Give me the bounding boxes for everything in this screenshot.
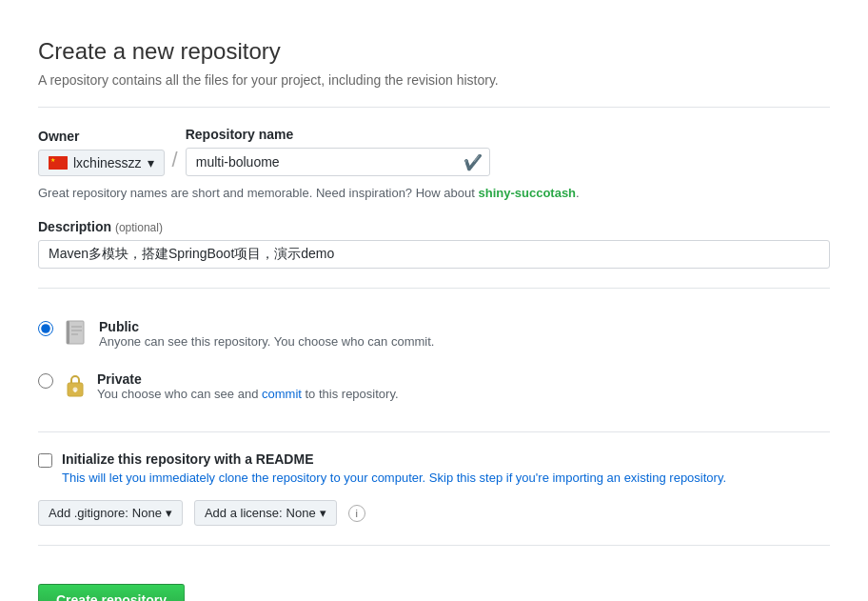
page-subtitle: A repository contains all the files for … — [38, 72, 830, 88]
clone-link[interactable]: clone — [219, 471, 248, 485]
visibility-group: Public Anyone can see this repository. Y… — [38, 308, 830, 412]
private-option: Private You choose who can see and commi… — [38, 360, 830, 412]
dropdown-row: Add .gitignore: None ▾ Add a license: No… — [38, 500, 830, 526]
public-title: Public — [99, 319, 434, 334]
divider-top — [38, 107, 830, 108]
description-input[interactable] — [38, 240, 830, 269]
svg-rect-7 — [74, 390, 76, 392]
divider-bottom — [38, 545, 830, 546]
description-label: Description (optional) — [38, 219, 830, 234]
private-title: Private — [97, 371, 399, 387]
create-repository-button[interactable]: Create repository — [38, 584, 185, 601]
svg-rect-1 — [67, 321, 69, 344]
public-option: Public Anyone can see this repository. Y… — [38, 308, 830, 360]
divider-init — [38, 431, 830, 432]
init-readme-text: Initialize this repository with a README… — [62, 451, 726, 485]
license-label: Add a license: — [205, 506, 283, 520]
private-desc: You choose who can see and commit to thi… — [97, 387, 399, 401]
description-field-group: Description (optional) — [38, 219, 830, 269]
repo-hint-suggestion[interactable]: shiny-succotash — [478, 186, 576, 200]
public-text-group: Public Anyone can see this repository. Y… — [99, 319, 434, 349]
repo-name-input[interactable] — [186, 148, 490, 176]
info-icon[interactable]: i — [348, 505, 365, 522]
license-dropdown[interactable]: Add a license: None ▾ — [194, 500, 337, 526]
repo-hint: Great repository names are short and mem… — [38, 186, 830, 200]
gitignore-label: Add .gitignore: — [49, 506, 128, 520]
repo-hint-suffix: . — [576, 186, 580, 200]
description-optional: (optional) — [115, 221, 163, 234]
repo-name-label: Repository name — [186, 127, 490, 142]
public-book-icon — [65, 319, 88, 348]
page-title: Create a new repository — [38, 38, 830, 65]
owner-select[interactable]: lxchinesszz ▾ — [38, 150, 165, 176]
owner-flag-icon — [49, 156, 68, 170]
private-radio[interactable] — [38, 373, 53, 389]
owner-name: lxchinesszz — [73, 155, 142, 170]
init-readme-checkbox[interactable] — [38, 453, 52, 468]
license-arrow: ▾ — [320, 506, 326, 520]
init-readme-section: Initialize this repository with a README… — [38, 451, 830, 485]
owner-dropdown-arrow: ▾ — [148, 155, 154, 170]
private-commit-link[interactable]: commit — [262, 387, 302, 401]
repo-hint-prefix: Great repository names are short and mem… — [38, 186, 478, 200]
private-text-group: Private You choose who can see and commi… — [97, 371, 399, 401]
gitignore-dropdown[interactable]: Add .gitignore: None ▾ — [38, 500, 183, 526]
gitignore-value: None — [132, 506, 162, 520]
repo-name-field-group: Repository name ✔️ — [186, 127, 490, 176]
slash-separator: / — [172, 148, 178, 176]
public-radio[interactable] — [38, 321, 53, 336]
valid-icon: ✔️ — [464, 153, 483, 171]
page-container: Create a new repository A repository con… — [38, 19, 830, 601]
repo-name-wrapper: ✔️ — [186, 148, 490, 176]
owner-label: Owner — [38, 129, 165, 144]
init-readme-label: Initialize this repository with a README — [62, 451, 313, 467]
init-readme-hint: This will let you immediately clone the … — [62, 471, 726, 485]
private-lock-icon — [65, 371, 86, 400]
gitignore-arrow: ▾ — [166, 506, 172, 520]
owner-repo-row: Owner lxchinesszz ▾ / Repository name ✔️ — [38, 127, 830, 176]
divider-visibility — [38, 288, 830, 289]
public-desc: Anyone can see this repository. You choo… — [99, 334, 434, 349]
owner-field-group: Owner lxchinesszz ▾ — [38, 129, 165, 176]
license-value: None — [286, 506, 316, 520]
